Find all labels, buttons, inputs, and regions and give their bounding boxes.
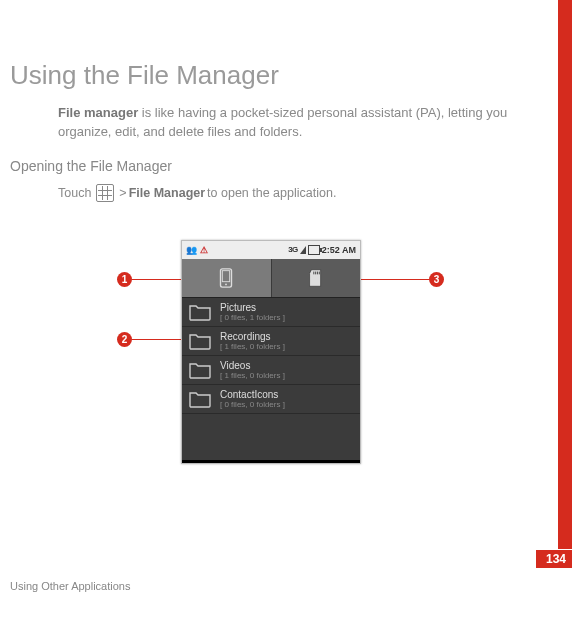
list-item[interactable]: Pictures [ 0 files, 1 folders ]: [182, 298, 360, 327]
status-bar: 👥 ⚠ 3G 2:52 AM: [182, 241, 360, 259]
folder-icon: [188, 331, 212, 351]
side-red-tab: [558, 0, 572, 560]
folder-list: Pictures [ 0 files, 1 folders ] Recordin…: [182, 298, 360, 460]
touch-instruction: Touch > File Manager to open the applica…: [58, 184, 532, 202]
svg-rect-6: [319, 271, 320, 274]
status-people-icon: 👥: [186, 245, 197, 255]
svg-rect-1: [223, 270, 230, 281]
touch-mid: >: [119, 186, 126, 200]
intro-bold: File manager: [58, 105, 138, 120]
folder-name: Pictures: [220, 302, 285, 313]
toolbar-phone-tab[interactable]: [182, 259, 271, 297]
folder-icon: [188, 302, 212, 322]
page-title: Using the File Manager: [10, 60, 532, 91]
folder-icon: [188, 389, 212, 409]
page-content: Using the File Manager File manager is l…: [0, 0, 572, 466]
signal-icon: [300, 246, 306, 254]
toolbar-sd-tab[interactable]: [271, 259, 361, 297]
figure: 1 2 3 👥 ⚠ 3G 2:52 AM: [91, 240, 451, 466]
callout-3: 3: [429, 272, 444, 287]
folder-sub: [ 0 files, 1 folders ]: [220, 313, 285, 322]
folder-name: Videos: [220, 360, 285, 371]
svg-rect-5: [317, 271, 318, 274]
status-warning-icon: ⚠: [200, 245, 208, 255]
status-time: 2:52 AM: [322, 245, 356, 255]
touch-bold: File Manager: [129, 186, 205, 200]
folder-name: ContactIcons: [220, 389, 285, 400]
sd-card-icon: [305, 267, 327, 289]
folder-name: Recordings: [220, 331, 285, 342]
battery-icon: [308, 245, 320, 255]
intro-paragraph: File manager is like having a pocket-siz…: [58, 104, 522, 142]
svg-rect-3: [313, 271, 314, 274]
list-item[interactable]: ContactIcons [ 0 files, 0 folders ]: [182, 385, 360, 414]
phone-screenshot: 👥 ⚠ 3G 2:52 AM: [181, 240, 361, 464]
svg-point-2: [225, 283, 227, 285]
callout-1: 1: [117, 272, 132, 287]
touch-prefix: Touch: [58, 186, 91, 200]
section-subheading: Opening the File Manager: [10, 158, 532, 174]
apps-grid-icon: [96, 184, 114, 202]
list-filler: [182, 414, 360, 460]
folder-sub: [ 1 files, 0 folders ]: [220, 342, 285, 351]
folder-icon: [188, 360, 212, 380]
list-item[interactable]: Recordings [ 1 files, 0 folders ]: [182, 327, 360, 356]
phone-storage-icon: [215, 267, 237, 289]
folder-sub: [ 0 files, 0 folders ]: [220, 400, 285, 409]
folder-sub: [ 1 files, 0 folders ]: [220, 371, 285, 380]
svg-rect-4: [315, 271, 316, 274]
footer-text: Using Other Applications: [10, 580, 130, 592]
list-item[interactable]: Videos [ 1 files, 0 folders ]: [182, 356, 360, 385]
callout-2: 2: [117, 332, 132, 347]
page-number: 134: [536, 549, 572, 568]
touch-suffix: to open the application.: [207, 186, 336, 200]
status-3g: 3G: [288, 245, 298, 254]
toolbar: [182, 259, 360, 298]
